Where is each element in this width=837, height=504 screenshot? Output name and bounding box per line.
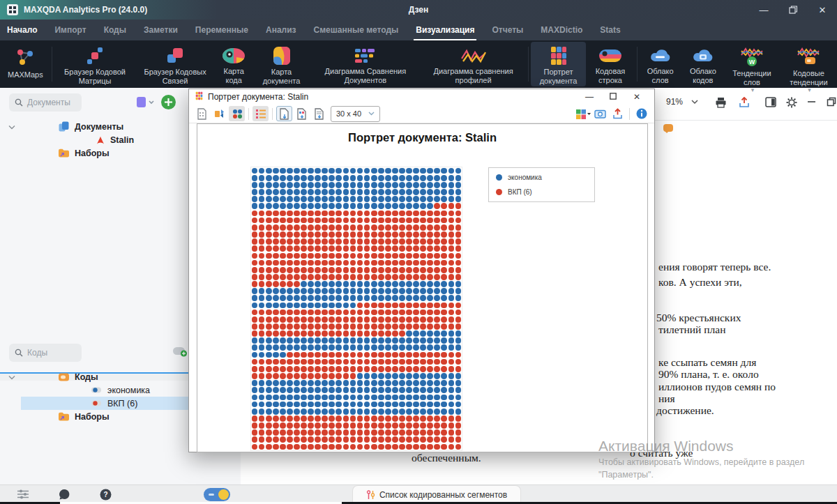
portrait-dot[interactable] bbox=[329, 415, 335, 422]
portrait-dot[interactable] bbox=[378, 344, 384, 351]
portrait-dot[interactable] bbox=[280, 303, 286, 309]
portrait-dot[interactable] bbox=[266, 436, 272, 443]
portrait-dot[interactable] bbox=[378, 253, 384, 259]
portrait-dot[interactable] bbox=[335, 196, 342, 202]
portrait-dot[interactable] bbox=[441, 422, 447, 429]
print-icon[interactable] bbox=[715, 97, 727, 108]
portrait-dot[interactable] bbox=[441, 288, 447, 294]
portrait-dot[interactable] bbox=[441, 274, 447, 280]
portrait-dot[interactable] bbox=[287, 402, 293, 408]
portrait-dot[interactable] bbox=[287, 395, 293, 401]
portrait-dot[interactable] bbox=[385, 203, 391, 209]
portrait-dot[interactable] bbox=[301, 310, 307, 316]
portrait-dot[interactable] bbox=[448, 402, 455, 408]
portrait-dot[interactable] bbox=[448, 175, 455, 181]
portrait-dot[interactable] bbox=[420, 316, 426, 323]
portrait-dot[interactable] bbox=[252, 260, 258, 266]
portrait-dot[interactable] bbox=[273, 260, 279, 266]
portrait-dot[interactable] bbox=[406, 415, 412, 422]
portrait-dot[interactable] bbox=[259, 217, 265, 224]
portrait-dot[interactable] bbox=[322, 224, 328, 231]
portrait-dot[interactable] bbox=[273, 310, 279, 316]
portrait-dot[interactable] bbox=[252, 359, 258, 365]
ribbon-button-кодовые-тенденции[interactable]: Кодовые тенденции▾ bbox=[779, 42, 837, 86]
portrait-dot[interactable] bbox=[378, 224, 384, 231]
ribbon-button-карта-документа[interactable]: Карта документа bbox=[253, 42, 310, 86]
portrait-dot[interactable] bbox=[441, 380, 447, 386]
portrait-dot[interactable] bbox=[252, 444, 258, 450]
portrait-dot[interactable] bbox=[335, 238, 342, 245]
portrait-dot[interactable] bbox=[420, 415, 426, 422]
portrait-dot[interactable] bbox=[280, 387, 286, 393]
portrait-dot[interactable] bbox=[287, 387, 293, 393]
portrait-dot[interactable] bbox=[406, 217, 412, 224]
portrait-dot[interactable] bbox=[315, 408, 321, 415]
portrait-dot[interactable] bbox=[308, 245, 314, 252]
portrait-dot[interactable] bbox=[413, 189, 419, 195]
portrait-dot[interactable] bbox=[308, 189, 314, 195]
portrait-dot[interactable] bbox=[455, 217, 462, 224]
portrait-dot[interactable] bbox=[266, 281, 272, 287]
portrait-dot[interactable] bbox=[308, 310, 314, 316]
portrait-dot[interactable] bbox=[252, 224, 258, 231]
portrait-dot[interactable] bbox=[301, 415, 307, 422]
portrait-dot[interactable] bbox=[343, 402, 349, 408]
portrait-dot[interactable] bbox=[329, 444, 335, 450]
portrait-dot[interactable] bbox=[392, 281, 398, 287]
portrait-dot[interactable] bbox=[287, 168, 293, 174]
portrait-dot[interactable] bbox=[335, 366, 342, 372]
portrait-dot[interactable] bbox=[350, 245, 356, 252]
portrait-dot[interactable] bbox=[364, 436, 370, 443]
portrait-dot[interactable] bbox=[371, 316, 377, 323]
portrait-dot[interactable] bbox=[315, 238, 321, 245]
portrait-dot[interactable] bbox=[378, 352, 384, 358]
portrait-dot[interactable] bbox=[301, 429, 307, 436]
portrait-dot[interactable] bbox=[301, 316, 307, 323]
portrait-dot[interactable] bbox=[385, 387, 391, 393]
portrait-dot[interactable] bbox=[455, 203, 462, 209]
portrait-dot[interactable] bbox=[455, 189, 462, 195]
portrait-dot[interactable] bbox=[392, 429, 398, 436]
portrait-dot[interactable] bbox=[273, 245, 279, 252]
portrait-dot[interactable] bbox=[266, 366, 272, 372]
portrait-dot[interactable] bbox=[308, 288, 314, 294]
portrait-dot[interactable] bbox=[280, 175, 286, 181]
portrait-dot[interactable] bbox=[287, 260, 293, 266]
portrait-dot[interactable] bbox=[385, 168, 391, 174]
portrait-dot[interactable] bbox=[350, 352, 356, 358]
portrait-dot[interactable] bbox=[420, 281, 426, 287]
portrait-dot[interactable] bbox=[406, 245, 412, 252]
portrait-dot[interactable] bbox=[259, 444, 265, 450]
portrait-dot[interactable] bbox=[371, 224, 377, 231]
portrait-dot[interactable] bbox=[392, 330, 398, 337]
portrait-dot[interactable] bbox=[357, 330, 363, 337]
portrait-dot[interactable] bbox=[301, 245, 307, 252]
dialog-maximize-button[interactable] bbox=[601, 92, 625, 102]
portrait-dot[interactable] bbox=[413, 281, 419, 287]
portrait-dot[interactable] bbox=[350, 323, 356, 330]
portrait-dot[interactable] bbox=[252, 217, 258, 224]
portrait-dot[interactable] bbox=[252, 387, 258, 393]
portrait-dot[interactable] bbox=[335, 352, 342, 358]
portrait-dot[interactable] bbox=[420, 387, 426, 393]
portrait-dot[interactable] bbox=[287, 415, 293, 422]
portrait-dot[interactable] bbox=[280, 337, 286, 344]
portrait-dot[interactable] bbox=[427, 245, 433, 252]
portrait-dot[interactable] bbox=[406, 337, 412, 344]
portrait-dot[interactable] bbox=[259, 303, 265, 309]
portrait-dot[interactable] bbox=[273, 387, 279, 393]
portrait-dot[interactable] bbox=[378, 387, 384, 393]
ribbon-button-кодовая-строка[interactable]: Кодовая строка bbox=[586, 42, 634, 86]
portrait-dot[interactable] bbox=[315, 211, 321, 217]
portrait-dot[interactable] bbox=[335, 429, 342, 436]
portrait-dot[interactable] bbox=[385, 402, 391, 408]
portrait-dot[interactable] bbox=[273, 224, 279, 231]
portrait-dot[interactable] bbox=[378, 203, 384, 209]
portrait-dot[interactable] bbox=[259, 359, 265, 365]
portrait-dot[interactable] bbox=[413, 203, 419, 209]
portrait-dot[interactable] bbox=[308, 217, 314, 224]
portrait-dot[interactable] bbox=[364, 310, 370, 316]
portrait-dot[interactable] bbox=[315, 402, 321, 408]
portrait-dot[interactable] bbox=[399, 295, 405, 301]
portrait-dot[interactable] bbox=[364, 303, 370, 309]
